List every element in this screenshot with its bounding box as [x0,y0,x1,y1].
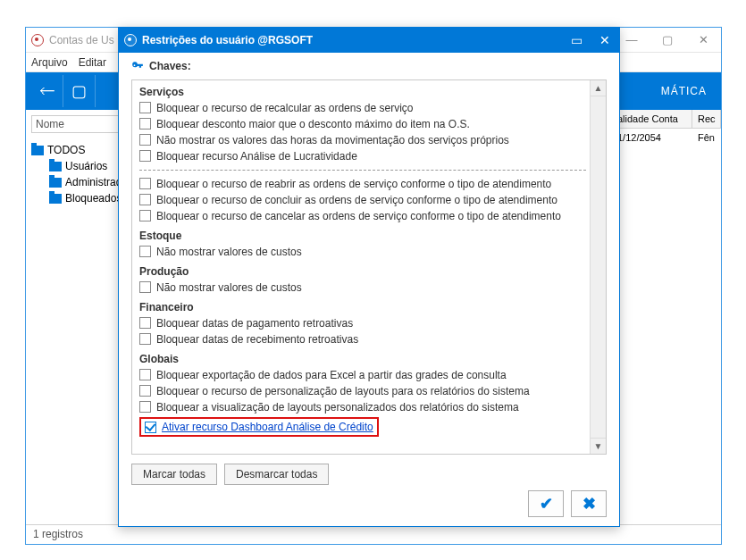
dialog-footer: ✔ ✖ [119,489,619,526]
restrictions-dialog: Restrições do usuário @RGSOFT ▭ ✕ Chaves… [118,27,620,527]
checkbox[interactable] [139,210,151,221]
brand-label: MÁTICA [661,85,707,97]
checkbox-row[interactable]: Bloquear datas de pagamento retroativas [139,315,586,331]
cancel-button[interactable]: ✖ [571,490,607,517]
folder-icon [49,194,62,204]
checkbox[interactable] [139,401,151,413]
checkbox[interactable] [139,194,151,205]
back-button[interactable]: 🡐 [31,75,63,107]
checkbox-row[interactable]: Bloquear datas de recebimento retroativa… [139,331,586,347]
key-icon [131,60,144,72]
checkbox[interactable] [139,150,151,162]
checkbox-row[interactable]: Bloquear o recurso de personalização de … [139,383,586,399]
checkbox-row[interactable]: Bloquear o recurso de recalcular as orde… [139,100,586,116]
checkbox[interactable] [139,246,151,257]
check-all-button[interactable]: Marcar todas [131,464,217,485]
main-title: Contas de Us [49,34,114,46]
checkbox[interactable] [139,385,151,397]
highlighted-label: Ativar recurso Dashboard Análise de Créd… [162,421,373,433]
dialog-icon [124,34,137,46]
checkbox[interactable] [139,333,151,345]
ok-button[interactable]: ✔ [528,490,564,517]
scroll-down-button[interactable]: ▼ [591,438,606,454]
dialog-maximize-button[interactable]: ▭ [562,28,591,53]
checkbox-row[interactable]: Bloquear recurso Análise de Lucratividad… [139,148,586,164]
checkbox[interactable] [139,281,151,293]
checkbox[interactable] [139,369,151,380]
main-window-controls: — ▢ ✕ [614,28,721,53]
col-validade[interactable]: alidade Conta [612,110,692,128]
checkbox-checked[interactable] [145,422,156,433]
divider [139,170,586,171]
cell-rec: Fên [692,129,721,146]
new-button[interactable]: ▢ [63,75,96,107]
dialog-titlebar: Restrições do usuário @RGSOFT ▭ ✕ [119,28,619,53]
app-icon [31,34,44,46]
checkbox-row[interactable]: Bloquear o recurso de cancelar as ordens… [139,208,586,224]
dialog-close-button[interactable]: ✕ [591,28,619,53]
scrollbar[interactable]: ▲ ▼ [590,80,606,454]
cell-date: 1/12/2054 [612,129,692,146]
menu-arquivo[interactable]: Arquivo [31,56,68,69]
col-rec[interactable]: Rec [692,110,721,128]
dialog-title: Restrições do usuário @RGSOFT [142,34,313,46]
section-heading-producao: Produção [139,265,586,278]
checkbox[interactable] [139,317,151,329]
checkbox-row[interactable]: Bloquear exportação de dados para Excel … [139,367,586,383]
folder-icon [49,178,62,188]
section-heading-globais: Globais [139,353,586,365]
section-heading-estoque: Estoque [139,230,586,242]
checkbox-row[interactable]: Bloquear o recurso de reabrir as ordens … [139,176,586,192]
checkbox[interactable] [139,134,151,146]
keys-label: Chaves: [149,60,191,72]
restrictions-list: ▲ ▼ Serviços Bloquear o recurso de recal… [131,79,607,455]
checkbox-row[interactable]: Bloquear desconto maior que o desconto m… [139,116,586,132]
section-heading-financeiro: Financeiro [139,301,586,313]
statusbar: 1 registros [26,524,721,544]
bulk-buttons: Marcar todas Desmarcar todas [119,455,619,485]
checkbox-row[interactable]: Bloquear o recurso de concluir as ordens… [139,192,586,208]
checkbox-row[interactable]: Não mostrar valores de custos [139,280,586,296]
checkbox-row[interactable]: Não mostrar os valores das horas da movi… [139,132,586,148]
scroll-up-button[interactable]: ▲ [591,80,606,96]
checkbox[interactable] [139,118,151,130]
checkbox[interactable] [139,102,151,113]
close-button[interactable]: ✕ [685,28,721,53]
checkbox[interactable] [139,178,151,189]
checkbox-row[interactable]: Não mostrar valores de custos [139,244,586,260]
highlighted-checkbox-row[interactable]: Ativar recurso Dashboard Análise de Créd… [139,417,379,437]
uncheck-all-button[interactable]: Desmarcar todas [224,464,329,485]
maximize-button[interactable]: ▢ [650,28,685,53]
menu-editar[interactable]: Editar [79,56,106,69]
folder-icon [49,162,62,171]
checkbox-row[interactable]: Bloquear a visualização de layouts perso… [139,399,586,415]
folder-icon [31,146,44,155]
dialog-subheader: Chaves: [119,53,619,79]
section-heading-servicos: Serviços [139,86,586,98]
dialog-window-controls: ▭ ✕ [562,28,619,53]
